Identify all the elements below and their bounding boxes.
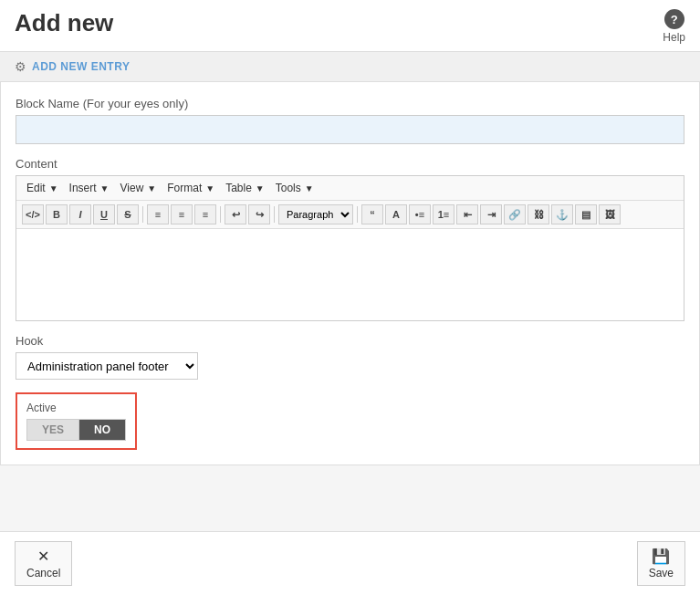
- active-section: Active YES NO: [16, 392, 137, 450]
- toolbar-indent-btn[interactable]: ⇥: [480, 204, 502, 224]
- view-chevron: ▼: [147, 183, 156, 193]
- save-label: Save: [649, 567, 674, 579]
- toolbar-unlink-btn[interactable]: ⛓: [528, 204, 549, 224]
- toolbar-underline-btn[interactable]: U: [93, 204, 115, 224]
- insert-chevron: ▼: [100, 183, 110, 193]
- toolbar-sep-3: [274, 206, 275, 223]
- hook-label: Hook: [16, 334, 684, 348]
- hook-select-wrapper: Administration panel footer: [16, 352, 684, 380]
- edit-chevron: ▼: [49, 183, 58, 193]
- toggle-no-button[interactable]: NO: [79, 420, 125, 440]
- editor-toolbar: </> B I U S ≡ ≡ ≡ ↩ ↪ Paragraph “ A •≡ 1…: [16, 201, 684, 229]
- main-content: Block Name (For your eyes only) Content …: [0, 82, 700, 465]
- toolbar-code-btn[interactable]: </>: [22, 204, 44, 224]
- toolbar-sep-4: [357, 206, 358, 223]
- toggle-yes-button[interactable]: YES: [27, 420, 79, 440]
- footer-bar: ✕ Cancel 💾 Save: [0, 531, 700, 595]
- help-icon: ?: [664, 9, 684, 29]
- hook-select[interactable]: Administration panel footer: [16, 352, 198, 380]
- toolbar-image-btn[interactable]: 🖼: [599, 204, 621, 224]
- toolbar-paragraph-select[interactable]: Paragraph: [278, 204, 353, 224]
- toolbar-charmap-btn[interactable]: A: [385, 204, 407, 224]
- block-name-input[interactable]: [16, 115, 684, 144]
- editor-menubar: Edit ▼ Insert ▼ View ▼ Format ▼ Table ▼ …: [16, 176, 684, 201]
- toolbar-italic-btn[interactable]: I: [69, 204, 91, 224]
- cancel-icon: ✕: [37, 548, 49, 565]
- tools-chevron: ▼: [305, 183, 314, 193]
- toolbar-numlist-btn[interactable]: 1≡: [433, 204, 454, 224]
- block-name-label: Block Name (For your eyes only): [16, 97, 684, 110]
- toolbar-sep-2: [220, 206, 221, 223]
- toolbar-bullist-btn[interactable]: •≡: [409, 204, 431, 224]
- toggle-group: YES NO: [26, 419, 126, 441]
- toolbar-strike-btn[interactable]: S: [117, 204, 139, 224]
- toolbar-outdent-btn[interactable]: ⇤: [456, 204, 478, 224]
- menu-view[interactable]: View ▼: [116, 180, 162, 196]
- toolbar-blockquote-btn[interactable]: “: [361, 204, 383, 224]
- active-label: Active: [26, 402, 126, 414]
- content-label: Content: [16, 157, 684, 171]
- toolbar-align-right-btn[interactable]: ≡: [194, 204, 216, 224]
- save-button[interactable]: 💾 Save: [637, 541, 685, 586]
- toolbar-anchor-btn[interactable]: ⚓: [551, 204, 573, 224]
- page-header: Add new ? Help: [0, 0, 700, 52]
- format-chevron: ▼: [205, 183, 214, 193]
- help-button[interactable]: ? Help: [663, 9, 685, 44]
- menu-format[interactable]: Format ▼: [162, 180, 219, 196]
- toolbar-link-btn[interactable]: 🔗: [504, 204, 526, 224]
- toolbar-align-center-btn[interactable]: ≡: [171, 204, 193, 224]
- table-chevron: ▼: [256, 183, 265, 193]
- gear-icon: ⚙: [15, 59, 26, 74]
- menu-table[interactable]: Table ▼: [221, 180, 269, 196]
- cancel-button[interactable]: ✕ Cancel: [15, 541, 72, 586]
- toolbar-align-left-btn[interactable]: ≡: [147, 204, 169, 224]
- editor-body[interactable]: [16, 229, 684, 320]
- menu-insert[interactable]: Insert ▼: [65, 180, 114, 196]
- menu-tools[interactable]: Tools ▼: [271, 180, 319, 196]
- toolbar-media-btn[interactable]: ▤: [575, 204, 597, 224]
- toolbar-undo-btn[interactable]: ↩: [225, 204, 246, 224]
- toolbar-bold-btn[interactable]: B: [46, 204, 68, 224]
- save-icon: 💾: [652, 548, 670, 565]
- toolbar-redo-btn[interactable]: ↪: [248, 204, 270, 224]
- cancel-label: Cancel: [26, 567, 60, 579]
- add-new-entry-label: ADD NEW ENTRY: [32, 60, 130, 73]
- editor-container: Edit ▼ Insert ▼ View ▼ Format ▼ Table ▼ …: [16, 175, 684, 321]
- menu-edit[interactable]: Edit ▼: [22, 180, 63, 196]
- help-label: Help: [663, 31, 685, 44]
- page-title: Add new: [15, 9, 113, 37]
- toolbar-sep-1: [142, 206, 143, 223]
- top-bar: ⚙ ADD NEW ENTRY: [0, 52, 700, 82]
